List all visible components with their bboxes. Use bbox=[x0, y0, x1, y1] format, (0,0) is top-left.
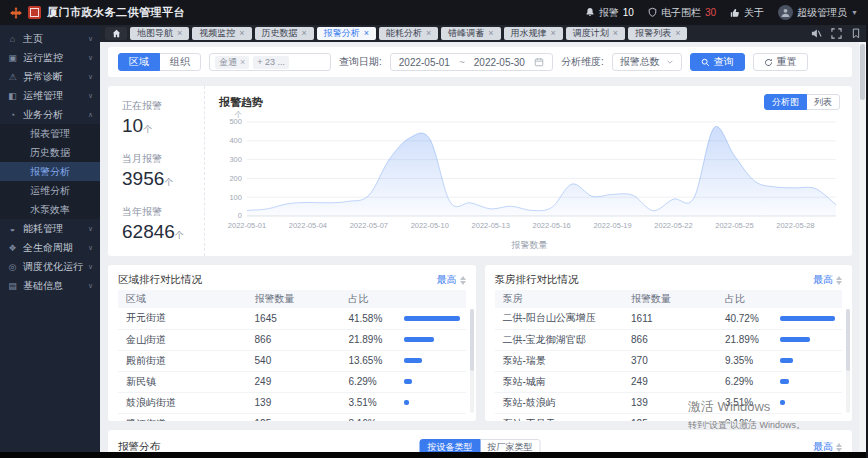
sidebar-item-2[interactable]: ⚠异常诊断∨ bbox=[0, 67, 100, 86]
bookmark-icon[interactable] bbox=[851, 28, 861, 39]
scope-option-0[interactable]: 区域 bbox=[118, 53, 160, 71]
close-icon[interactable]: × bbox=[177, 29, 182, 38]
cell-count: 249 bbox=[247, 371, 341, 392]
close-icon[interactable]: × bbox=[240, 57, 245, 67]
tab-1[interactable]: 视频监控× bbox=[192, 27, 251, 40]
tab-4[interactable]: 能耗分析× bbox=[379, 27, 438, 40]
sidebar-item-6[interactable]: ❖全生命周期∨ bbox=[0, 238, 100, 257]
search-button[interactable]: 查询 bbox=[690, 53, 745, 71]
table-row[interactable]: 新民镇2496.29% bbox=[118, 371, 466, 392]
tab-3[interactable]: 报警分析× bbox=[317, 27, 376, 40]
table-row[interactable]: 二供-阳台山公寓增压161140.72% bbox=[495, 308, 843, 329]
alarm-indicator[interactable]: 报警 10 bbox=[585, 6, 634, 20]
table-row[interactable]: 殿前街道54013.65% bbox=[118, 350, 466, 371]
percent-bar bbox=[404, 400, 409, 405]
pump-ranking-card: 泵房排行对比情况 最高 泵房报警数量占比二供-阳台山公寓增压161140.72%… bbox=[485, 265, 853, 421]
table-row[interactable]: 泵站-瑞景3709.35% bbox=[495, 350, 843, 371]
energy-icon: ◒ bbox=[7, 224, 18, 234]
sidebar-subitem-4[interactable]: 水泵效率 bbox=[0, 200, 100, 219]
cell-bar bbox=[772, 329, 842, 350]
cell-name: 泵站-不见天 bbox=[495, 413, 624, 421]
scrollbar-thumb[interactable] bbox=[860, 44, 865, 100]
sidebar-item-1[interactable]: ▣运行监控∨ bbox=[0, 48, 100, 67]
view-option-1[interactable]: 列表 bbox=[806, 94, 840, 110]
date-start: 2022-05-01 bbox=[399, 57, 450, 68]
more-tags-chip[interactable]: + 23 ... bbox=[253, 56, 289, 69]
tab-6[interactable]: 用水规律× bbox=[504, 27, 563, 40]
tab-8[interactable]: 报警列表× bbox=[628, 27, 687, 40]
move-icon[interactable] bbox=[10, 7, 22, 19]
percent-bar bbox=[780, 337, 810, 342]
close-icon[interactable]: × bbox=[613, 29, 618, 38]
table-row[interactable]: 开元街道164541.58% bbox=[118, 308, 466, 329]
x-tick-label: 2022-05-01 bbox=[228, 221, 266, 230]
close-icon[interactable]: × bbox=[551, 29, 556, 38]
sort-control[interactable]: 最高 bbox=[813, 273, 842, 287]
scrollbar-thumb[interactable] bbox=[470, 309, 474, 371]
sort-icon bbox=[836, 443, 842, 452]
sort-control[interactable]: 最高 bbox=[813, 440, 842, 452]
view-option-0[interactable]: 分析图 bbox=[764, 94, 807, 110]
shell: ⌂主页∨▣运行监控∨⚠异常诊断∨◧运维管理∨◔业务分析∧报表管理历史数据报警分析… bbox=[0, 25, 868, 452]
table-row[interactable]: 二供-宝龙御湖官邸86621.89% bbox=[495, 329, 843, 350]
sidebar-subitem-2[interactable]: 报警分析 bbox=[0, 162, 100, 181]
tab-0[interactable]: 地图导航× bbox=[130, 27, 189, 40]
scrollbar-thumb[interactable] bbox=[846, 309, 850, 371]
fullscreen-icon[interactable] bbox=[831, 28, 842, 39]
scope-option-1[interactable]: 组织 bbox=[159, 53, 201, 71]
table-row[interactable]: 泵站-城南2496.29% bbox=[495, 371, 843, 392]
date-range-input[interactable]: 2022-05-01 ~ 2022-05-30 bbox=[390, 53, 553, 71]
selected-tag-chip[interactable]: 金通 × bbox=[215, 56, 249, 69]
sidebar-item-3[interactable]: ◧运维管理∨ bbox=[0, 86, 100, 105]
sidebar-subitem-1[interactable]: 历史数据 bbox=[0, 143, 100, 162]
close-icon[interactable]: × bbox=[239, 29, 244, 38]
x-tick-label: 2022-05-28 bbox=[776, 221, 814, 230]
sidebar-subitem-0[interactable]: 报表管理 bbox=[0, 124, 100, 143]
cell-percent: 21.89% bbox=[717, 329, 773, 350]
close-icon[interactable]: × bbox=[488, 29, 493, 38]
user-menu[interactable]: 超级管理员 ▼ bbox=[778, 5, 858, 20]
dimension-select[interactable]: 报警总数 bbox=[612, 53, 682, 71]
column-header: 报警数量 bbox=[623, 290, 717, 308]
sort-label: 最高 bbox=[813, 440, 833, 452]
tab-7[interactable]: 调度计划× bbox=[566, 27, 625, 40]
table-row[interactable]: 泵站-不见天1253.16% bbox=[495, 413, 843, 421]
sidebar-item-5[interactable]: ◒能耗管理∨ bbox=[0, 219, 100, 238]
sidebar-subitem-3[interactable]: 运维分析 bbox=[0, 181, 100, 200]
home-tab[interactable] bbox=[105, 27, 127, 40]
close-icon[interactable]: × bbox=[426, 29, 431, 38]
table-row[interactable]: 金山街道86621.89% bbox=[118, 329, 466, 350]
sidebar-item-8[interactable]: ▤基础信息∨ bbox=[0, 276, 100, 295]
sidebar-item-7[interactable]: ◎调度优化运行∨ bbox=[0, 257, 100, 276]
distribution-option-1[interactable]: 按厂家类型 bbox=[480, 439, 541, 452]
sidebar-item-4[interactable]: ◔业务分析∧ bbox=[0, 105, 100, 124]
fence-indicator[interactable]: 电子围栏 30 bbox=[648, 6, 716, 20]
chevron-down-icon: ∨ bbox=[88, 54, 93, 62]
calendar-icon bbox=[534, 57, 544, 67]
sidebar-item-0[interactable]: ⌂主页∨ bbox=[0, 29, 100, 48]
mute-icon[interactable] bbox=[811, 28, 822, 39]
area-select-input[interactable]: 金通 × + 23 ... bbox=[209, 53, 331, 71]
ranking-tables: 区域排行对比情况 最高 区域报警数量占比开元街道164541.58%金山街道86… bbox=[108, 265, 852, 421]
close-icon[interactable]: × bbox=[675, 29, 680, 38]
maintenance-icon: ◧ bbox=[7, 91, 18, 101]
table-row[interactable]: 鹭江街道1253.16% bbox=[118, 413, 466, 421]
close-icon[interactable]: × bbox=[364, 29, 369, 38]
tab-2[interactable]: 历史数据× bbox=[255, 27, 314, 40]
business-analysis-icon: ◔ bbox=[7, 110, 18, 120]
table-row[interactable]: 泵站-鼓浪屿1393.51% bbox=[495, 392, 843, 413]
sort-control[interactable]: 最高 bbox=[437, 273, 466, 287]
fence-label: 电子围栏 bbox=[661, 6, 701, 20]
reset-button[interactable]: 重置 bbox=[753, 53, 808, 71]
diagnosis-icon: ⚠ bbox=[7, 72, 18, 82]
chevron-down-icon bbox=[666, 58, 674, 66]
tab-5[interactable]: 错峰调蓄× bbox=[441, 27, 500, 40]
tabbar-actions bbox=[811, 28, 863, 39]
distribution-option-0[interactable]: 按设备类型 bbox=[420, 439, 481, 452]
table-row[interactable]: 鼓浪屿街道1393.51% bbox=[118, 392, 466, 413]
table-header-bar: 区域排行对比情况 最高 bbox=[118, 270, 466, 290]
sort-label: 最高 bbox=[437, 273, 457, 287]
about-button[interactable]: 关于 bbox=[730, 6, 764, 20]
close-icon[interactable]: × bbox=[302, 29, 307, 38]
x-tick-label: 2022-05-13 bbox=[472, 221, 510, 230]
